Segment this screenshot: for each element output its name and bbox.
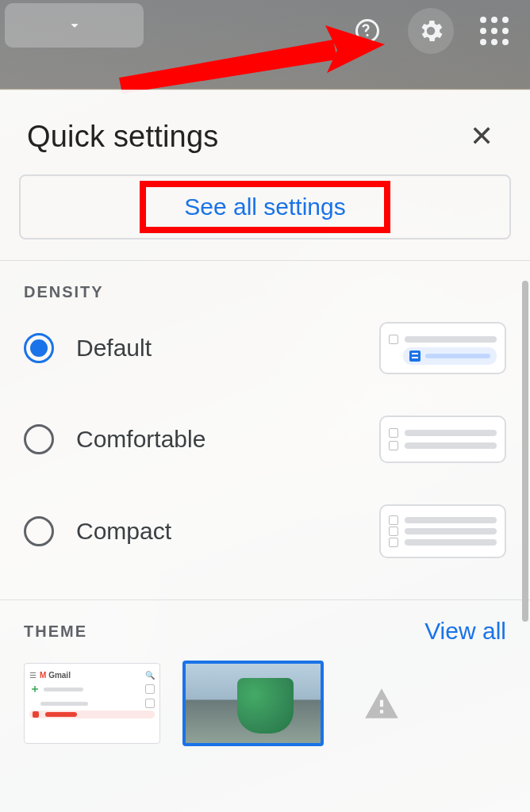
radio-default[interactable] bbox=[24, 333, 54, 363]
apps-grid-icon bbox=[480, 17, 486, 23]
theme-thumb-default[interactable]: ☰ M Gmail🔍 ＋ bbox=[24, 663, 160, 744]
scrollbar-thumb[interactable] bbox=[522, 281, 528, 622]
density-preview-default bbox=[379, 322, 506, 374]
panel-title: Quick settings bbox=[27, 120, 218, 154]
theme-thumb-placeholder[interactable] bbox=[346, 664, 417, 743]
panel-scrollbar[interactable] bbox=[522, 281, 530, 812]
density-section: DENSITY Default Comfortable Compact bbox=[0, 261, 530, 579]
panel-header: Quick settings ✕ bbox=[0, 90, 530, 171]
density-label: Comfortable bbox=[76, 426, 379, 453]
see-all-settings-label: See all settings bbox=[184, 193, 345, 220]
apps-launcher-button[interactable] bbox=[471, 8, 517, 54]
theme-section-header: THEME View all bbox=[0, 600, 530, 645]
radio-comfortable[interactable] bbox=[24, 424, 54, 454]
help-button[interactable] bbox=[344, 8, 390, 54]
help-icon bbox=[353, 17, 382, 45]
gmail-preview-icon: ☰ M Gmail🔍 ＋ bbox=[29, 668, 155, 738]
quick-settings-panel: Quick settings ✕ See all settings DENSIT… bbox=[0, 90, 530, 812]
see-all-settings-wrap: See all settings bbox=[19, 174, 511, 239]
density-label: Default bbox=[76, 335, 379, 362]
header-dropdown[interactable] bbox=[5, 3, 144, 48]
theme-view-all-link[interactable]: View all bbox=[424, 618, 506, 645]
theme-thumb-photo[interactable] bbox=[182, 661, 324, 746]
see-all-settings-button[interactable]: See all settings bbox=[19, 174, 511, 239]
theme-thumb-row: ☰ M Gmail🔍 ＋ bbox=[0, 645, 530, 746]
density-preview-compact bbox=[379, 504, 506, 558]
warning-icon bbox=[362, 684, 401, 723]
density-option-compact[interactable]: Compact bbox=[24, 484, 506, 579]
density-option-default[interactable]: Default bbox=[24, 301, 506, 395]
gear-icon bbox=[417, 17, 445, 45]
app-header bbox=[0, 0, 530, 89]
caret-down-icon bbox=[66, 17, 83, 34]
density-preview-comfortable bbox=[379, 416, 506, 463]
density-label: Compact bbox=[76, 518, 379, 545]
theme-section-title: THEME bbox=[24, 622, 87, 641]
density-section-title: DENSITY bbox=[24, 283, 506, 301]
density-option-comfortable[interactable]: Comfortable bbox=[24, 395, 506, 484]
close-button[interactable]: ✕ bbox=[465, 117, 498, 155]
close-icon: ✕ bbox=[470, 120, 494, 152]
settings-gear-button[interactable] bbox=[408, 8, 454, 54]
radio-compact[interactable] bbox=[24, 516, 54, 546]
